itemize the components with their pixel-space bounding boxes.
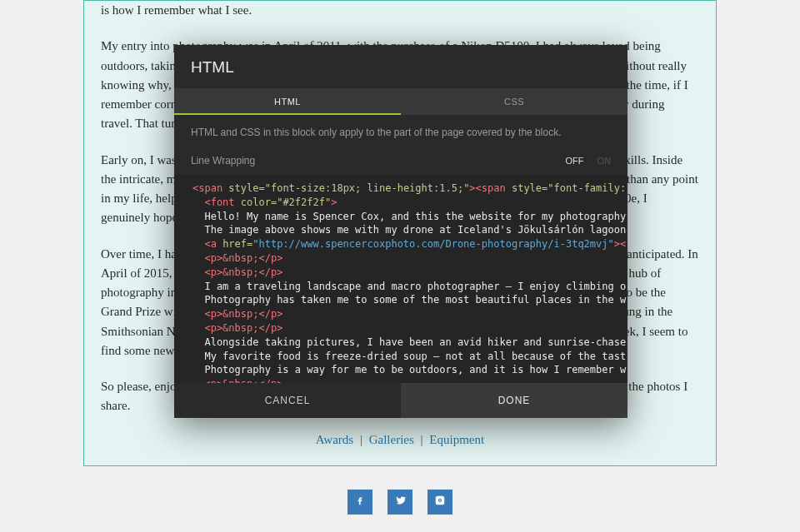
code-line: <p>&nbsp;</p> bbox=[192, 252, 282, 264]
code-line: Photography has taken me to some of the … bbox=[192, 294, 626, 306]
code-line: Alongside taking pictures, I have been a… bbox=[192, 336, 626, 348]
tab-css[interactable]: CSS bbox=[401, 88, 628, 115]
modal-description: HTML and CSS in this block only apply to… bbox=[174, 115, 628, 150]
social-icons-row bbox=[0, 490, 800, 515]
code-line: My favorite food is freeze-dried soup — … bbox=[192, 351, 626, 362]
link-equipment[interactable]: Equipment bbox=[429, 433, 484, 446]
code-token: "http://www.spencercoxphoto.com/Drone-ph… bbox=[252, 238, 613, 250]
modal-title: HTML bbox=[174, 45, 628, 88]
code-token: "#2f2f2f" bbox=[277, 196, 331, 208]
code-line: Hello! My name is Spencer Cox, and this … bbox=[192, 211, 626, 222]
code-token: >< bbox=[614, 238, 626, 250]
modal-actions: CANCEL DONE bbox=[174, 383, 628, 418]
modal-tabs: HTML CSS bbox=[174, 88, 628, 115]
facebook-icon bbox=[354, 495, 366, 510]
html-editor-modal: HTML HTML CSS HTML and CSS in this block… bbox=[174, 45, 628, 418]
code-token: <font bbox=[192, 196, 241, 208]
tab-html[interactable]: HTML bbox=[174, 88, 401, 115]
done-button[interactable]: DONE bbox=[401, 383, 628, 418]
paragraph-tail: is how I remember what I see. bbox=[101, 1, 699, 20]
code-line: <p>&nbsp;</p> bbox=[192, 322, 282, 334]
code-token: <span bbox=[192, 182, 228, 194]
link-awards[interactable]: Awards bbox=[316, 433, 353, 446]
line-wrapping-row: Line Wrapping OFF ON bbox=[174, 150, 628, 175]
toggle-on[interactable]: ON bbox=[598, 156, 612, 166]
cancel-button[interactable]: CANCEL bbox=[174, 383, 401, 418]
instagram-icon bbox=[434, 495, 446, 510]
code-token: <a bbox=[192, 238, 222, 250]
code-token: "font-family: bbox=[548, 182, 626, 194]
footer-links: Awards | Galleries | Equipment bbox=[101, 433, 699, 447]
code-line: The image above shows me with my drone a… bbox=[192, 224, 626, 236]
link-galleries[interactable]: Galleries bbox=[369, 433, 414, 446]
code-token: style= bbox=[512, 182, 548, 194]
code-token: color= bbox=[241, 196, 277, 208]
instagram-button[interactable] bbox=[428, 490, 452, 515]
link-separator: | bbox=[360, 433, 362, 446]
code-token: href= bbox=[222, 238, 252, 250]
line-wrapping-label: Line Wrapping bbox=[191, 155, 255, 167]
code-token: > bbox=[331, 196, 337, 208]
toggle-off[interactable]: OFF bbox=[566, 156, 584, 166]
link-separator: | bbox=[421, 433, 423, 446]
code-token: ><span bbox=[469, 182, 512, 194]
code-token: style= bbox=[228, 182, 264, 194]
code-line: I am a traveling landscape and macro pho… bbox=[192, 281, 626, 292]
code-line: <p>&nbsp;</p> bbox=[192, 266, 282, 278]
code-editor[interactable]: <span style="font-size:18px; line-height… bbox=[174, 175, 628, 383]
code-line: <p>&nbsp;</p> bbox=[192, 308, 282, 320]
code-token: "font-size:18px; line-height:1.5;" bbox=[265, 182, 470, 194]
facebook-button[interactable] bbox=[348, 490, 372, 515]
code-line: Photography is a way for me to be outdoo… bbox=[192, 364, 626, 375]
line-wrapping-toggle: OFF ON bbox=[566, 156, 612, 166]
twitter-button[interactable] bbox=[388, 490, 412, 515]
twitter-icon bbox=[394, 495, 406, 510]
